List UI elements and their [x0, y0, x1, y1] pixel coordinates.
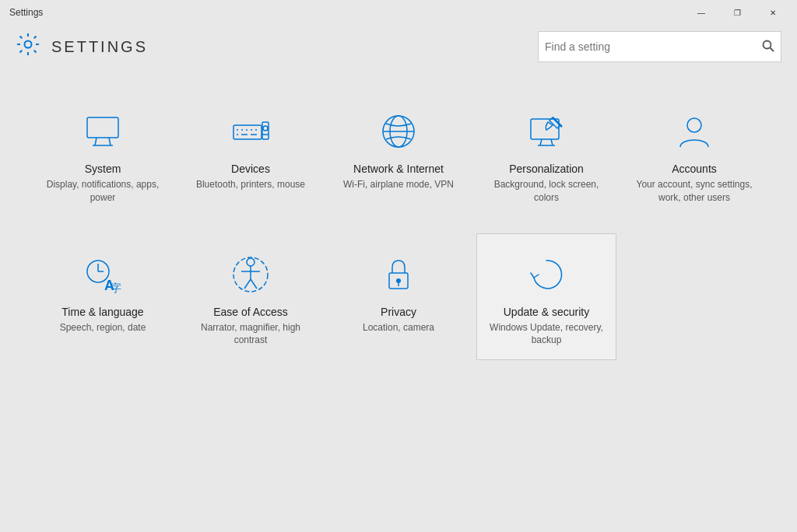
- search-input[interactable]: [545, 40, 762, 53]
- system-desc: Display, notifications, apps, power: [43, 178, 163, 205]
- titlebar-controls: — ❐ ✕: [683, 0, 791, 25]
- personalization-icon: [525, 110, 568, 153]
- privacy-name: Privacy: [381, 306, 416, 318]
- system-icon: [81, 110, 125, 153]
- minimize-button[interactable]: —: [683, 0, 719, 25]
- svg-line-2: [771, 47, 774, 51]
- header: SETTINGS: [0, 25, 797, 75]
- tile-time[interactable]: A 字 Time & language Speech, region, date: [33, 233, 173, 361]
- devices-desc: Bluetooth, printers, mouse: [196, 178, 305, 191]
- header-left: SETTINGS: [16, 32, 148, 62]
- settings-grid: System Display, notifications, apps, pow…: [31, 90, 766, 360]
- tile-update[interactable]: Update & security Windows Update, recove…: [476, 233, 616, 361]
- tile-system[interactable]: System Display, notifications, apps, pow…: [33, 90, 173, 218]
- svg-point-17: [263, 126, 268, 131]
- time-desc: Speech, region, date: [60, 321, 146, 334]
- svg-point-1: [764, 40, 771, 48]
- personalization-name: Personalization: [509, 163, 584, 175]
- time-name: Time & language: [61, 306, 143, 318]
- settings-gear-icon: [16, 32, 40, 62]
- tile-devices[interactable]: Devices Bluetooth, printers, mouse: [181, 90, 321, 218]
- update-desc: Windows Update, recovery, backup: [486, 321, 606, 348]
- network-name: Network & Internet: [353, 163, 444, 175]
- accounts-desc: Your account, sync settings, work, other…: [634, 178, 754, 205]
- svg-line-35: [251, 279, 257, 289]
- search-icon: [762, 40, 774, 54]
- maximize-button[interactable]: ❐: [719, 0, 755, 25]
- tile-accounts[interactable]: Accounts Your account, sync settings, wo…: [624, 90, 764, 218]
- privacy-icon: [377, 253, 420, 296]
- devices-name: Devices: [231, 163, 270, 175]
- svg-line-5: [109, 138, 111, 145]
- svg-rect-22: [531, 119, 559, 139]
- system-name: System: [85, 163, 121, 175]
- titlebar-title: Settings: [9, 7, 43, 18]
- tile-network[interactable]: Network & Internet Wi-Fi, airplane mode,…: [328, 90, 469, 218]
- search-box[interactable]: [538, 31, 781, 62]
- page-title: SETTINGS: [51, 38, 148, 56]
- svg-rect-3: [87, 117, 118, 138]
- svg-line-34: [244, 279, 251, 289]
- svg-rect-7: [233, 125, 262, 139]
- privacy-desc: Location, camera: [363, 321, 434, 334]
- network-desc: Wi-Fi, airplane mode, VPN: [343, 178, 454, 191]
- tile-ease[interactable]: Ease of Access Narrator, magnifier, high…: [181, 233, 321, 361]
- svg-point-38: [396, 278, 401, 283]
- accounts-name: Accounts: [672, 163, 717, 175]
- tile-privacy[interactable]: Privacy Location, camera: [328, 233, 469, 361]
- devices-icon: [229, 110, 272, 153]
- update-icon: [525, 253, 568, 296]
- accounts-icon: [672, 110, 716, 153]
- main-content: System Display, notifications, apps, pow…: [0, 75, 797, 532]
- time-icon: A 字: [81, 253, 125, 296]
- svg-text:字: 字: [111, 282, 121, 294]
- svg-point-25: [687, 118, 701, 132]
- close-button[interactable]: ✕: [755, 0, 791, 25]
- personalization-desc: Background, lock screen, colors: [486, 178, 606, 205]
- ease-name: Ease of Access: [213, 306, 288, 318]
- network-icon: [377, 110, 420, 153]
- settings-row-2: A 字 Time & language Speech, region, date: [31, 233, 766, 361]
- svg-point-0: [25, 40, 32, 47]
- tile-personalization[interactable]: Personalization Background, lock screen,…: [476, 90, 616, 218]
- titlebar: Settings — ❐ ✕: [0, 0, 797, 25]
- ease-desc: Narrator, magnifier, high contrast: [191, 321, 311, 348]
- settings-row-1: System Display, notifications, apps, pow…: [31, 90, 766, 218]
- update-name: Update & security: [504, 306, 590, 318]
- ease-icon: [229, 253, 272, 296]
- svg-line-4: [95, 138, 97, 145]
- svg-point-31: [247, 258, 255, 266]
